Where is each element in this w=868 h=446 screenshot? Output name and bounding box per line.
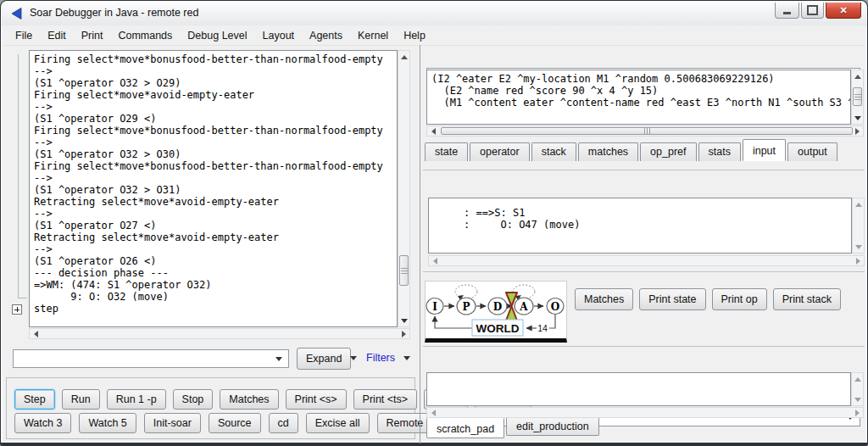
scroll-left-icon[interactable]: [429, 256, 441, 265]
print-ts-button[interactable]: Print <ts>: [353, 389, 418, 410]
trace-output-pane[interactable]: Firing select*move*bonusfood-better-than…: [29, 50, 398, 327]
remote-button[interactable]: Remote: [377, 413, 433, 433]
tab-stack[interactable]: stack: [531, 142, 576, 161]
tab-input[interactable]: input: [743, 139, 786, 161]
cd-button[interactable]: cd: [269, 413, 298, 433]
io-vscroll-thumb[interactable]: [853, 87, 862, 106]
menu-kernel[interactable]: Kernel: [350, 27, 396, 44]
scratch-hscrollbar[interactable]: [426, 407, 864, 418]
run-button[interactable]: Run: [62, 389, 100, 410]
phase-node-output: O: [551, 301, 559, 313]
window-controls: ✕: [775, 3, 861, 19]
io-output-pane[interactable]: (I2 ^eater E2 ^my-location M1 ^random 0.…: [426, 70, 851, 125]
vertical-splitter[interactable]: [420, 45, 420, 443]
scroll-up-icon[interactable]: [398, 51, 409, 63]
print-op-button[interactable]: Print op: [712, 288, 767, 310]
scroll-down-icon[interactable]: [852, 112, 863, 124]
stack-output-pane[interactable]: : ==>S: S1 : O: O47 (move): [428, 198, 852, 254]
expand-node-icon[interactable]: [12, 304, 22, 315]
stop-button[interactable]: Stop: [173, 389, 214, 410]
scroll-right-icon[interactable]: [398, 329, 409, 338]
decision-count: 14: [537, 323, 548, 333]
menu-layout[interactable]: Layout: [255, 27, 303, 44]
trace-vscroll-thumb[interactable]: [399, 255, 409, 286]
tab-state[interactable]: state: [425, 142, 468, 161]
close-button[interactable]: ✕: [826, 3, 861, 19]
menu-agents[interactable]: Agents: [302, 27, 350, 44]
tab-scratch-pad[interactable]: scratch_pad: [426, 418, 504, 438]
stack-hscrollbar[interactable]: [428, 255, 865, 266]
scroll-up-icon[interactable]: [853, 198, 864, 210]
matches-button[interactable]: Matches: [220, 389, 278, 410]
print-stack-button[interactable]: Print stack: [773, 288, 841, 310]
dropdown-arrow-icon[interactable]: [275, 357, 282, 361]
menu-commands[interactable]: Commands: [110, 27, 180, 44]
phase-node-propose: P: [462, 301, 470, 313]
source-button[interactable]: Source: [209, 413, 261, 433]
scroll-left-icon[interactable]: [427, 408, 439, 417]
tab-operator[interactable]: operator: [470, 142, 530, 161]
window-title: Soar Debugger in Java - remote red: [30, 7, 198, 19]
menu-help[interactable]: Help: [396, 27, 433, 44]
scratch-pad-pane[interactable]: [426, 372, 851, 406]
filters-link[interactable]: Filters: [366, 352, 395, 364]
io-vscrollbar[interactable]: [851, 70, 864, 125]
filters-menu-arrow-icon[interactable]: [403, 356, 410, 360]
scroll-right-icon[interactable]: [851, 126, 863, 136]
scroll-down-icon[interactable]: [852, 393, 863, 405]
trace-tree-elbow: [18, 298, 27, 298]
print-state-button[interactable]: Print state: [639, 288, 705, 310]
group-divider: [423, 271, 865, 272]
world-label: WORLD: [476, 322, 520, 335]
matches-quick-button[interactable]: Matches: [575, 288, 633, 310]
phase-node-apply: A: [519, 301, 528, 313]
tab-stats[interactable]: stats: [698, 142, 741, 161]
scroll-left-icon[interactable]: [427, 126, 439, 136]
tab-output[interactable]: output: [787, 142, 837, 161]
watch3-button[interactable]: Watch 3: [14, 413, 71, 433]
command-combo[interactable]: [13, 349, 289, 368]
trace-tree-line: [18, 54, 19, 298]
watch5-button[interactable]: Watch 5: [79, 413, 136, 433]
scroll-right-icon[interactable]: [852, 256, 864, 265]
menu-edit[interactable]: Edit: [40, 27, 74, 44]
scratch-pad-text: [427, 373, 850, 377]
step-button[interactable]: Step: [14, 389, 55, 410]
right-tab-bar: state operator stack matches op_pref sta…: [425, 139, 839, 161]
menu-debug-level[interactable]: Debug Level: [180, 27, 254, 44]
scroll-up-icon[interactable]: [852, 373, 863, 385]
expand-button[interactable]: Expand: [297, 348, 351, 370]
menu-file[interactable]: File: [8, 27, 40, 44]
scroll-right-icon[interactable]: [851, 408, 863, 417]
scroll-left-icon[interactable]: [30, 329, 42, 338]
menu-print[interactable]: Print: [74, 27, 111, 44]
title-bar: Soar Debugger in Java - remote red ✕: [2, 2, 866, 26]
group-divider: [423, 170, 865, 170]
maximize-button[interactable]: [801, 3, 824, 19]
minimize-button[interactable]: [775, 3, 799, 19]
soar-debugger-window: Soar Debugger in Java - remote red ✕ Fil…: [0, 0, 868, 446]
print-s-button[interactable]: Print <s>: [286, 389, 347, 410]
scratch-vscrollbar[interactable]: [851, 372, 864, 406]
command-buttons-group: Step Run Run 1 -p Stop Matches Print <s>…: [6, 377, 415, 439]
maximize-icon: [807, 5, 818, 15]
io-hscrollbar[interactable]: [426, 125, 864, 137]
io-hscroll-thumb[interactable]: [441, 127, 853, 135]
trace-vscrollbar[interactable]: [398, 50, 410, 327]
stack-vscrollbar[interactable]: [852, 198, 865, 254]
tab-op-pref[interactable]: op_pref: [640, 142, 696, 161]
scroll-down-icon[interactable]: [398, 315, 409, 326]
menu-bar: File Edit Print Commands Debug Level Lay…: [3, 25, 865, 46]
scroll-down-icon[interactable]: [853, 241, 864, 253]
excise-all-button[interactable]: Excise all: [306, 413, 370, 433]
tab-edit-production[interactable]: edit_production: [506, 418, 598, 436]
tab-matches[interactable]: matches: [578, 142, 638, 161]
scroll-up-icon[interactable]: [852, 70, 863, 82]
init-soar-button[interactable]: Init-soar: [144, 413, 201, 433]
expand-menu-arrow-icon[interactable]: [350, 356, 357, 360]
trace-text: Firing select*move*bonusfood-better-than…: [30, 51, 397, 316]
run1p-button[interactable]: Run 1 -p: [107, 389, 166, 410]
phase-node-decide: D: [493, 301, 502, 313]
stack-output-text: : ==>S: S1 : O: O47 (move): [429, 198, 851, 232]
trace-hscrollbar[interactable]: [29, 328, 410, 339]
